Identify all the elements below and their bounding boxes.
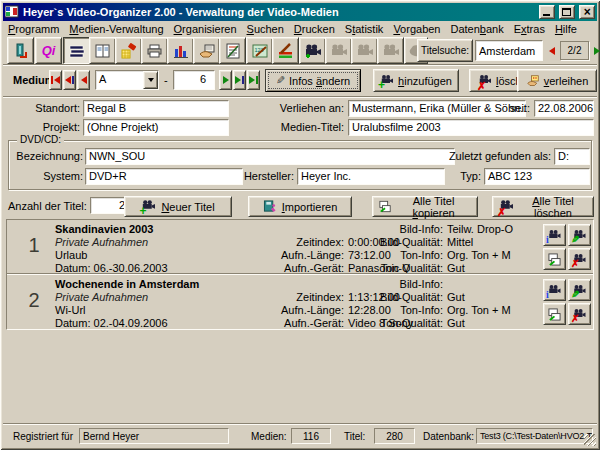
menu-drucken[interactable]: Drucken	[289, 22, 340, 36]
menu-datenbank[interactable]: Datenbank	[445, 22, 508, 36]
title-datum: Datum: 02.-04.09.2006	[55, 317, 168, 329]
verleihen-label: verleihen	[544, 75, 589, 87]
prev-group-triangle-icon	[65, 76, 71, 84]
medien-titel-field[interactable]: Uralubsfilme 2003	[348, 119, 594, 136]
title-row-2[interactable]: 2 Wochenende in Amsterdam Private Aufnah…	[7, 276, 593, 328]
title-row-1[interactable]: 1 Skandinavien 2003 Private Aufnahmen Ur…	[7, 221, 593, 273]
alle-titel-loeschen-button[interactable]: ✗ Alle Titel löschen	[492, 196, 594, 217]
titel-count-field: 280	[374, 428, 415, 444]
bar-icon	[51, 76, 53, 84]
hersteller-field[interactable]: Heyer Inc.	[297, 168, 445, 185]
status-bar: Registriert für Bernd Heyer Medien: 116 …	[3, 426, 597, 447]
title-edit-button[interactable]: ✎	[568, 279, 591, 301]
importieren-button[interactable]: Importieren	[248, 196, 352, 217]
prev-triangle-icon	[549, 47, 555, 55]
menu-statistik[interactable]: Statistik	[340, 22, 389, 36]
titelsuche-button[interactable]: Titelsuche:	[417, 39, 473, 62]
infos-aendern-button[interactable]: ✎ Infos ändern	[265, 69, 361, 92]
medium-last-button[interactable]	[247, 70, 260, 90]
search-flashlight-button[interactable]	[115, 37, 142, 64]
import-icon	[263, 200, 277, 213]
statistics-button[interactable]	[167, 37, 194, 64]
standort-label: Standort:	[8, 100, 80, 116]
edit-colors-button[interactable]	[272, 37, 299, 64]
camera-tool-button-3[interactable]	[377, 37, 404, 64]
alle-titel-kopieren-button[interactable]: Alle Titel kopieren	[372, 196, 478, 217]
ton-info-line: Ton-Info:Org. Ton + M	[363, 249, 541, 261]
system-field[interactable]: DVD+R	[85, 168, 243, 185]
system-label: System:	[13, 168, 83, 184]
title-copy-button[interactable]	[543, 248, 566, 270]
quickinfo-button[interactable]: Qi	[35, 37, 62, 64]
menu-vorgaben[interactable]: Vorgaben	[388, 22, 445, 36]
title-copy-button[interactable]	[543, 303, 566, 325]
separator	[3, 96, 597, 98]
maximize-button[interactable]	[559, 5, 575, 19]
media-list-button[interactable]	[63, 37, 90, 64]
medium-next-button[interactable]	[219, 70, 232, 90]
medium-prev-group-button[interactable]	[63, 70, 76, 90]
camera-tool-button-1[interactable]	[325, 37, 352, 64]
title-delete-button[interactable]: ✗	[568, 303, 591, 325]
edit-numbers-button[interactable]: 123	[246, 37, 273, 64]
minimize-button[interactable]	[539, 5, 555, 19]
camera-tool-button-2[interactable]	[351, 37, 378, 64]
search-next-button[interactable]	[591, 45, 600, 57]
menu-extras[interactable]: Extras	[509, 22, 550, 36]
alle-titel-loeschen-label: Alle Titel löschen	[519, 195, 587, 219]
menu-bar: Programm Medien-Verwaltung Organisieren …	[3, 21, 597, 36]
search-position: 2/2	[560, 41, 589, 60]
hinzufuegen-button[interactable]: + hinzufügen	[373, 69, 459, 92]
notes-button[interactable]	[219, 37, 246, 64]
index-cards-button[interactable]	[89, 37, 116, 64]
search-prev-button[interactable]	[546, 45, 558, 57]
neuer-titel-label: Neuer Titel	[161, 201, 214, 213]
menu-organisieren[interactable]: Organisieren	[169, 22, 242, 36]
verleihen-button[interactable]: verleihen	[517, 69, 597, 92]
title-delete-button[interactable]: ✗	[568, 248, 591, 270]
seit-field[interactable]: 22.08.2006	[534, 100, 594, 117]
resize-grip[interactable]	[584, 434, 596, 446]
camera-delete-icon: ✗	[478, 74, 492, 88]
index-cards-icon	[95, 43, 111, 59]
zuletzt-gefunden-field[interactable]: D:	[554, 148, 590, 165]
dropdown-button[interactable]	[143, 71, 158, 89]
medium-next-group-button[interactable]	[233, 70, 246, 90]
title-edit-button[interactable]: ✎	[568, 224, 591, 246]
dvdcd-group: DVD/CD: Bezeichnung: NWN_SOU Zuletzt gef…	[8, 140, 592, 190]
title-info-button[interactable]: i	[543, 224, 566, 246]
bezeichnung-field[interactable]: NWN_SOU	[85, 148, 455, 165]
medium-letter-select[interactable]: A	[95, 70, 159, 90]
exit-button[interactable]	[7, 37, 34, 64]
medium-prev-button[interactable]	[77, 70, 90, 90]
standort-field[interactable]: Regal B	[83, 100, 229, 117]
menu-medien-verwaltung[interactable]: Medien-Verwaltung	[64, 22, 168, 36]
medium-number-field[interactable]: 6	[173, 70, 215, 90]
print-button[interactable]	[141, 37, 168, 64]
projekt-field[interactable]: (Ohne Projekt)	[83, 119, 229, 136]
edit-numbers-icon: 123	[252, 43, 268, 59]
last-triangle-icon	[249, 76, 255, 84]
camera-info-icon	[547, 229, 562, 241]
close-button[interactable]: ×	[579, 5, 595, 19]
title-bar[interactable]: Heyer`s Video-Organizer 2.00 - Verwaltun…	[3, 3, 597, 21]
lend-media-button[interactable]	[193, 37, 220, 64]
bar-icon	[256, 76, 258, 84]
search-input[interactable]	[475, 40, 543, 61]
medium-dash: -	[164, 74, 168, 86]
camera-disabled-icon	[382, 43, 400, 59]
menu-suchen[interactable]: Suchen	[242, 22, 289, 36]
exit-icon	[13, 43, 29, 59]
add-title-button[interactable]	[299, 37, 326, 64]
neuer-titel-button[interactable]: + Neuer Titel	[124, 196, 232, 217]
title-info-button[interactable]: i	[543, 279, 566, 301]
medium-first-button[interactable]	[49, 70, 62, 90]
hand-card-icon	[526, 75, 540, 87]
camera-delete-icon: ✗	[499, 199, 514, 214]
typ-field[interactable]: ABC 123	[484, 168, 590, 185]
hersteller-label: Hersteller:	[245, 168, 294, 184]
menu-hilfe[interactable]: Hilfe	[550, 22, 582, 36]
row-separator	[7, 273, 593, 275]
next-triangle-icon	[594, 47, 600, 55]
menu-programm[interactable]: Programm	[3, 22, 64, 36]
